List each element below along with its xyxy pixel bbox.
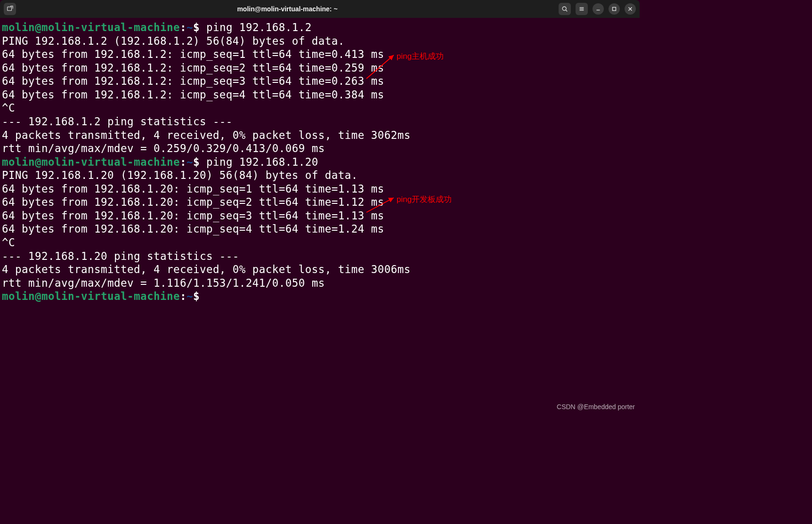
output-line: 4 packets transmitted, 4 received, 0% pa…	[2, 129, 411, 141]
ctrl-c: ^C	[2, 102, 15, 114]
svg-rect-5	[580, 10, 584, 10]
svg-rect-0	[8, 7, 12, 11]
output-line: --- 192.168.1.20 ping statistics ---	[2, 250, 239, 262]
output-line: 64 bytes from 192.168.1.20: icmp_seq=3 t…	[2, 210, 384, 222]
output-line: 64 bytes from 192.168.1.20: icmp_seq=2 t…	[2, 196, 384, 208]
ctrl-c: ^C	[2, 236, 15, 249]
output-line: 64 bytes from 192.168.1.2: icmp_seq=1 tt…	[2, 48, 384, 60]
maximize-button[interactable]	[609, 3, 620, 15]
close-button[interactable]	[625, 3, 636, 15]
output-line: 64 bytes from 192.168.1.20: icmp_seq=4 t…	[2, 223, 384, 235]
prompt-colon: :	[180, 156, 187, 168]
prompt-user-host: molin@molin-virtual-machine	[2, 156, 180, 168]
window-titlebar: molin@molin-virtual-machine: ~	[0, 0, 640, 18]
prompt-path: ~	[187, 21, 193, 33]
svg-rect-7	[613, 8, 616, 11]
window-title: molin@molin-virtual-machine: ~	[16, 5, 559, 13]
prompt-colon: :	[180, 21, 187, 33]
prompt-path: ~	[187, 290, 193, 302]
output-line: rtt min/avg/max/mdev = 0.259/0.329/0.413…	[2, 142, 325, 154]
svg-rect-3	[580, 8, 584, 8]
prompt-path: ~	[187, 156, 193, 168]
svg-rect-4	[580, 8, 584, 9]
menu-button[interactable]	[576, 3, 588, 15]
svg-line-2	[566, 10, 567, 11]
new-tab-button[interactable]	[4, 3, 16, 15]
svg-rect-6	[597, 10, 600, 10]
search-button[interactable]	[559, 3, 571, 15]
output-line: 64 bytes from 192.168.1.20: icmp_seq=1 t…	[2, 183, 384, 195]
svg-point-1	[562, 7, 566, 10]
terminal-output[interactable]: molin@molin-virtual-machine:~$ ping 192.…	[0, 18, 640, 306]
output-line: 64 bytes from 192.168.1.2: icmp_seq=3 tt…	[2, 75, 384, 87]
output-line: 64 bytes from 192.168.1.2: icmp_seq=2 tt…	[2, 62, 384, 74]
output-line: rtt min/avg/max/mdev = 1.116/1.153/1.241…	[2, 277, 325, 289]
annotation-label-1: ping主机成功	[397, 51, 444, 62]
watermark: CSDN @Embedded porter	[557, 403, 635, 411]
output-line: 64 bytes from 192.168.1.2: icmp_seq=4 tt…	[2, 89, 384, 101]
minimize-button[interactable]	[593, 3, 604, 15]
command-2: ping 192.168.1.20	[206, 156, 318, 168]
prompt-symbol: $	[193, 156, 206, 168]
output-line: 4 packets transmitted, 4 received, 0% pa…	[2, 263, 411, 275]
output-line: --- 192.168.1.2 ping statistics ---	[2, 115, 233, 128]
annotation-label-2: ping开发板成功	[397, 194, 452, 205]
output-line: PING 192.168.1.20 (192.168.1.20) 56(84) …	[2, 169, 358, 181]
prompt-user-host: molin@molin-virtual-machine	[2, 21, 180, 33]
command-1: ping 192.168.1.2	[206, 21, 312, 33]
prompt-colon: :	[180, 290, 187, 302]
prompt-user-host: molin@molin-virtual-machine	[2, 290, 180, 302]
output-line: PING 192.168.1.2 (192.168.1.2) 56(84) by…	[2, 35, 345, 47]
prompt-symbol: $	[193, 290, 206, 302]
prompt-symbol: $	[193, 21, 206, 33]
